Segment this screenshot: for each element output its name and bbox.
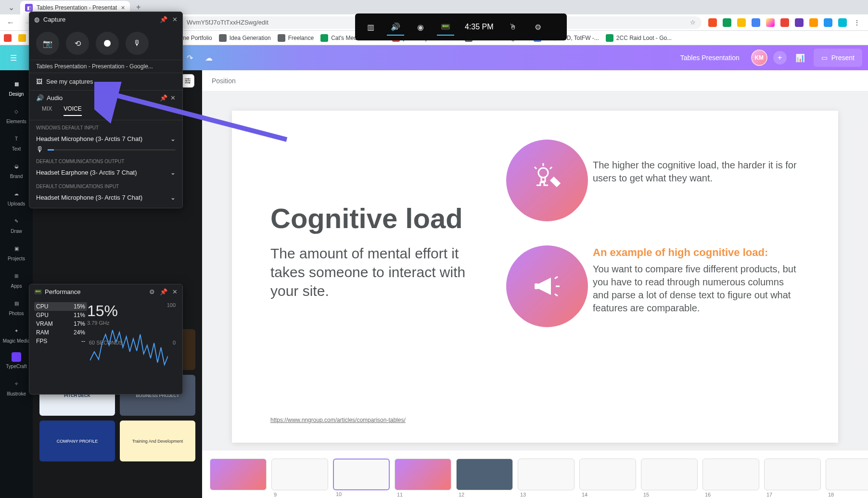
default-input-device[interactable]: Headset Microphone (3- Arctis 7 Chat) ⌄ — [29, 132, 182, 145]
slide-thumb[interactable]: 16 — [702, 459, 759, 490]
rail-magic-media[interactable]: ✦Magic Media — [0, 321, 33, 347]
canvas-area[interactable]: Cognitive load The amount of mental effo… — [202, 91, 868, 450]
pin-icon[interactable]: 📌 — [160, 16, 167, 23]
performance-widget[interactable]: 📟 Performance ⚙ 📌 ✕ CPU15% GPU11% VRAM17… — [29, 284, 183, 395]
idea-icon[interactable] — [506, 140, 588, 221]
gpu-row[interactable]: GPU11% — [34, 311, 87, 319]
new-tab-button[interactable]: + — [132, 3, 145, 12]
xbox-game-bar[interactable]: ▥ 🔊 ◉ 📟 4:35 PM 🖱 ⚙ — [355, 13, 567, 40]
ext-icon[interactable] — [795, 18, 804, 27]
record-button[interactable] — [96, 32, 119, 55]
slide[interactable]: Cognitive load The amount of mental effo… — [232, 111, 838, 443]
slide-thumb[interactable]: 11 — [395, 459, 451, 490]
gmail-bookmark[interactable] — [4, 34, 12, 42]
ext-icon[interactable] — [766, 18, 775, 27]
ram-row[interactable]: RAM24% — [34, 328, 87, 337]
mix-tab[interactable]: MIX — [42, 105, 52, 116]
slide-text-1[interactable]: The higher the cognitive load, the harde… — [593, 159, 800, 185]
ext-icon[interactable] — [708, 18, 717, 27]
mic-toggle-button[interactable]: 🎙 — [126, 32, 149, 55]
voice-tab[interactable]: VOICE — [64, 105, 81, 116]
bookmark-item[interactable]: Freelance — [278, 34, 314, 42]
back-button[interactable]: ← — [4, 16, 17, 29]
slide-text-2[interactable]: An example of high cognitive load: You w… — [593, 245, 800, 315]
ext-icon[interactable] — [809, 18, 818, 27]
slide-thumb[interactable]: 13 — [518, 459, 574, 490]
slide-subtitle[interactable]: The amount of mental effort it takes som… — [270, 244, 492, 300]
avatar[interactable]: KM — [751, 50, 767, 66]
add-collaborator-button[interactable]: + — [773, 51, 787, 64]
ext-icon[interactable] — [723, 18, 731, 27]
rail-draw[interactable]: ✎Draw — [0, 211, 33, 238]
mic-level-meter[interactable] — [48, 149, 176, 151]
slide-thumb[interactable]: 17 — [764, 459, 821, 490]
options-icon[interactable]: ⚙ — [149, 288, 155, 295]
close-icon[interactable]: ✕ — [172, 16, 178, 23]
ext-icon[interactable] — [780, 18, 789, 27]
slide-thumb[interactable]: 10 — [333, 459, 390, 490]
slide-thumb[interactable]: 12 — [456, 459, 513, 490]
megaphone-icon[interactable] — [506, 245, 588, 327]
cpu-row[interactable]: CPU15% — [34, 302, 87, 311]
record-last-button[interactable]: ⟲ — [66, 32, 89, 55]
see-my-captures-button[interactable]: 🖼 See my captures — [29, 73, 182, 90]
bookmark-item[interactable]: 2CC Raid Loot - Go... — [606, 34, 672, 42]
vram-row[interactable]: VRAM17% — [34, 319, 87, 328]
capture-icon[interactable]: ◉ — [412, 18, 429, 36]
extensions-puzzle-icon[interactable]: ⋮ — [853, 18, 861, 27]
mic-icon[interactable]: 🎙 — [36, 145, 44, 154]
bookmark-star-icon[interactable]: ☆ — [690, 19, 696, 26]
ext-icon[interactable] — [824, 18, 832, 27]
template-card[interactable]: COMPANY PROFILE — [39, 421, 115, 461]
document-title[interactable]: Tables Presentation — [680, 54, 740, 62]
slide-thumb[interactable]: 15 — [641, 459, 698, 490]
widget-menu-icon[interactable]: ▥ — [362, 18, 379, 36]
slide-thumb[interactable]: 14 — [579, 459, 636, 490]
rail-uploads[interactable]: ☁Uploads — [0, 184, 33, 210]
filmstrip[interactable]: 9 10 11 12 13 14 15 16 17 18 — [202, 450, 868, 498]
screenshot-button[interactable]: 📷 — [36, 32, 59, 55]
rail-illustroke[interactable]: ✧Illustroke — [0, 374, 33, 400]
slide-thumb[interactable]: 9 — [271, 459, 328, 490]
slide-source-link[interactable]: https://www.nngroup.com/articles/compari… — [270, 417, 406, 423]
rail-design[interactable]: ▦Design — [0, 74, 33, 101]
bookmark-item[interactable] — [18, 34, 26, 42]
menu-icon[interactable]: ☰ — [6, 50, 21, 65]
rail-text[interactable]: TText — [0, 129, 33, 155]
rail-typecraft[interactable]: TypeCraft — [0, 348, 33, 373]
slide-thumb[interactable] — [210, 459, 267, 490]
rail-photos[interactable]: ▤Photos — [0, 294, 33, 320]
chevron-down-icon[interactable]: ⌄ — [170, 169, 176, 176]
fps-row[interactable]: FPS-- — [34, 337, 87, 345]
close-icon[interactable]: ✕ — [172, 288, 178, 295]
tab-close-icon[interactable]: × — [121, 4, 125, 12]
slide-thumb[interactable]: 18 — [826, 459, 868, 490]
mouse-icon[interactable]: 🖱 — [504, 18, 522, 36]
pin-icon[interactable]: 📌 — [160, 94, 167, 102]
redo-button[interactable]: ↷ — [182, 50, 197, 65]
panel-settings-icon[interactable] — [181, 74, 194, 88]
close-icon[interactable]: ✕ — [170, 94, 176, 102]
chevron-down-icon[interactable]: ⌄ — [170, 194, 176, 201]
chevron-down-icon[interactable]: ⌄ — [170, 135, 176, 142]
ext-icon[interactable] — [752, 18, 760, 27]
pin-icon[interactable]: 📌 — [160, 288, 167, 295]
template-card[interactable]: Training And Development — [120, 421, 195, 461]
analytics-icon[interactable]: 📊 — [792, 50, 808, 65]
comm-output-device[interactable]: Headset Earphone (3- Arctis 7 Chat) ⌄ — [29, 166, 182, 179]
present-button[interactable]: ▭ Present — [814, 49, 862, 67]
comm-input-device[interactable]: Headset Microphone (3- Arctis 7 Chat) ⌄ — [29, 191, 182, 208]
ext-icon[interactable] — [838, 18, 847, 27]
audio-icon[interactable]: 🔊 — [387, 18, 404, 36]
tab-search-dropdown[interactable]: ⌄ — [4, 1, 18, 13]
position-button[interactable]: Position — [212, 77, 236, 85]
rail-projects[interactable]: ▣Projects — [0, 239, 33, 265]
capture-widget[interactable]: ◍ Capture 📌 ✕ 📷 ⟲ 🎙 Tables Presentation … — [29, 12, 183, 208]
settings-icon[interactable]: ⚙ — [529, 18, 547, 36]
bookmark-item[interactable]: Idea Generation — [219, 34, 271, 42]
rail-brand[interactable]: ◒Brand — [0, 156, 33, 183]
cloud-sync-icon[interactable]: ☁ — [201, 50, 217, 65]
ext-icon[interactable] — [737, 18, 746, 27]
rail-elements[interactable]: ◇Elements — [0, 102, 33, 128]
rail-apps[interactable]: ⊞Apps — [0, 266, 33, 293]
